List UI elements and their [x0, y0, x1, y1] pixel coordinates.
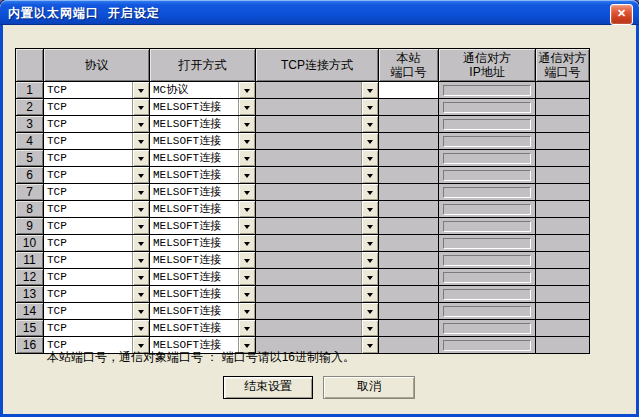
tcp-connection-select[interactable]: [256, 184, 378, 200]
title-bar[interactable]: 内置以太网端口 开启设定 ✕: [0, 0, 639, 25]
chevron-down-icon[interactable]: [238, 235, 255, 251]
chevron-down-icon[interactable]: [361, 252, 378, 268]
protocol-select[interactable]: TCP: [44, 82, 149, 98]
protocol-select[interactable]: TCP: [44, 201, 149, 217]
tcp-connection-select[interactable]: [256, 235, 378, 251]
tcp-connection-select[interactable]: [256, 167, 378, 183]
chevron-down-icon[interactable]: [361, 184, 378, 200]
chevron-down-icon[interactable]: [238, 184, 255, 200]
chevron-down-icon[interactable]: [132, 320, 149, 336]
chevron-down-icon[interactable]: [361, 99, 378, 115]
protocol-select[interactable]: TCP: [44, 269, 149, 285]
host-port-input[interactable]: [379, 252, 439, 269]
chevron-down-icon[interactable]: [238, 218, 255, 234]
open-method-select[interactable]: MELSOFT连接: [150, 167, 255, 183]
chevron-down-icon[interactable]: [238, 150, 255, 166]
host-port-input[interactable]: [379, 133, 439, 150]
chevron-down-icon[interactable]: [132, 167, 149, 183]
tcp-connection-select[interactable]: [256, 133, 378, 149]
chevron-down-icon[interactable]: [132, 252, 149, 268]
host-port-input[interactable]: [379, 99, 439, 116]
tcp-connection-select[interactable]: [256, 303, 378, 319]
tcp-connection-select[interactable]: [256, 201, 378, 217]
open-method-select[interactable]: MELSOFT连接: [150, 252, 255, 268]
finish-settings-button[interactable]: 结束设置: [223, 376, 313, 399]
protocol-select[interactable]: TCP: [44, 184, 149, 200]
host-port-input[interactable]: [379, 218, 439, 235]
open-method-select[interactable]: MELSOFT连接: [150, 303, 255, 319]
chevron-down-icon[interactable]: [361, 303, 378, 319]
tcp-connection-select[interactable]: [256, 320, 378, 336]
host-port-input[interactable]: [379, 201, 439, 218]
chevron-down-icon[interactable]: [132, 150, 149, 166]
chevron-down-icon[interactable]: [238, 116, 255, 132]
open-method-select[interactable]: MELSOFT连接: [150, 235, 255, 251]
chevron-down-icon[interactable]: [238, 99, 255, 115]
chevron-down-icon[interactable]: [361, 150, 378, 166]
chevron-down-icon[interactable]: [238, 201, 255, 217]
tcp-connection-select[interactable]: [256, 116, 378, 132]
chevron-down-icon[interactable]: [132, 116, 149, 132]
chevron-down-icon[interactable]: [132, 286, 149, 302]
host-port-input[interactable]: [379, 235, 439, 252]
chevron-down-icon[interactable]: [238, 303, 255, 319]
chevron-down-icon[interactable]: [238, 269, 255, 285]
tcp-connection-select[interactable]: [256, 218, 378, 234]
host-port-input[interactable]: [379, 320, 439, 337]
chevron-down-icon[interactable]: [361, 82, 378, 98]
protocol-select[interactable]: TCP: [44, 133, 149, 149]
chevron-down-icon[interactable]: [361, 116, 378, 132]
tcp-connection-select[interactable]: [256, 150, 378, 166]
chevron-down-icon[interactable]: [238, 82, 255, 98]
host-port-input[interactable]: [379, 116, 439, 133]
host-port-input[interactable]: [379, 286, 439, 303]
chevron-down-icon[interactable]: [132, 269, 149, 285]
tcp-connection-select[interactable]: [256, 99, 378, 115]
protocol-select[interactable]: TCP: [44, 252, 149, 268]
chevron-down-icon[interactable]: [361, 235, 378, 251]
chevron-down-icon[interactable]: [132, 82, 149, 98]
open-method-select[interactable]: MELSOFT连接: [150, 201, 255, 217]
open-method-select[interactable]: MELSOFT连接: [150, 133, 255, 149]
close-icon[interactable]: ✕: [610, 4, 633, 25]
protocol-select[interactable]: TCP: [44, 286, 149, 302]
host-port-input[interactable]: [379, 150, 439, 167]
chevron-down-icon[interactable]: [238, 320, 255, 336]
chevron-down-icon[interactable]: [132, 133, 149, 149]
protocol-select[interactable]: TCP: [44, 320, 149, 336]
tcp-connection-select[interactable]: [256, 82, 378, 98]
chevron-down-icon[interactable]: [361, 218, 378, 234]
chevron-down-icon[interactable]: [361, 167, 378, 183]
chevron-down-icon[interactable]: [132, 303, 149, 319]
protocol-select[interactable]: TCP: [44, 150, 149, 166]
host-port-input[interactable]: [379, 82, 439, 99]
open-method-select[interactable]: MELSOFT连接: [150, 99, 255, 115]
chevron-down-icon[interactable]: [238, 252, 255, 268]
open-method-select[interactable]: MELSOFT连接: [150, 150, 255, 166]
protocol-select[interactable]: TCP: [44, 116, 149, 132]
open-method-select[interactable]: MELSOFT连接: [150, 269, 255, 285]
protocol-select[interactable]: TCP: [44, 235, 149, 251]
tcp-connection-select[interactable]: [256, 252, 378, 268]
chevron-down-icon[interactable]: [132, 99, 149, 115]
protocol-select[interactable]: TCP: [44, 303, 149, 319]
chevron-down-icon[interactable]: [361, 286, 378, 302]
protocol-select[interactable]: TCP: [44, 167, 149, 183]
chevron-down-icon[interactable]: [238, 167, 255, 183]
host-port-input[interactable]: [379, 184, 439, 201]
open-method-select[interactable]: MELSOFT连接: [150, 320, 255, 336]
chevron-down-icon[interactable]: [238, 133, 255, 149]
chevron-down-icon[interactable]: [132, 184, 149, 200]
chevron-down-icon[interactable]: [238, 286, 255, 302]
tcp-connection-select[interactable]: [256, 269, 378, 285]
host-port-input[interactable]: [379, 167, 439, 184]
chevron-down-icon[interactable]: [361, 133, 378, 149]
open-method-select[interactable]: MELSOFT连接: [150, 116, 255, 132]
chevron-down-icon[interactable]: [361, 201, 378, 217]
host-port-input[interactable]: [379, 303, 439, 320]
host-port-input[interactable]: [379, 337, 439, 354]
open-method-select[interactable]: MELSOFT连接: [150, 286, 255, 302]
chevron-down-icon[interactable]: [361, 320, 378, 336]
chevron-down-icon[interactable]: [132, 235, 149, 251]
chevron-down-icon[interactable]: [132, 201, 149, 217]
